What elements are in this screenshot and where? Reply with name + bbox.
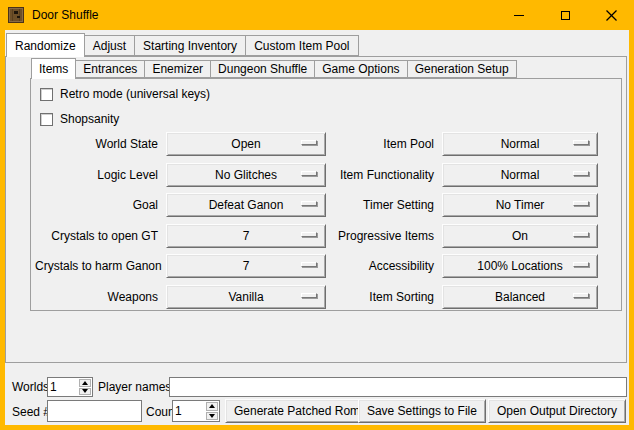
crystals-ganon-dropdown[interactable]: 7 <box>166 254 326 278</box>
open-output-button[interactable]: Open Output Directory <box>488 399 626 423</box>
weapons-label: Weapons <box>35 290 158 304</box>
close-icon <box>606 10 617 21</box>
tab-items[interactable]: Items <box>31 58 76 79</box>
item-pool-value: Normal <box>501 137 540 151</box>
accessibility-label: Accessibility <box>334 259 434 273</box>
generate-rom-button[interactable]: Generate Patched Rom <box>225 399 369 423</box>
worlds-spinbox <box>47 377 93 397</box>
count-input[interactable] <box>173 401 205 421</box>
main-tab-bar: Randomize Adjust Starting Inventory Cust… <box>6 32 358 56</box>
dropdown-indicator-icon <box>573 293 589 298</box>
tab-starting-inventory[interactable]: Starting Inventory <box>134 35 246 56</box>
crystals-gt-label: Crystals to open GT <box>35 229 158 243</box>
crystals-gt-dropdown[interactable]: 7 <box>166 224 326 248</box>
tab-entrances-label: Entrances <box>83 62 137 76</box>
dropdown-indicator-icon <box>573 201 589 206</box>
worlds-label: Worlds <box>12 380 49 394</box>
player-names-input[interactable] <box>169 377 627 397</box>
door-shuffle-window: Door Shuffle Randomize Adjust Starting I… <box>0 0 634 430</box>
count-spin-down-button[interactable] <box>206 412 218 421</box>
tab-dungeon-shuffle[interactable]: Dungeon Shuffle <box>210 60 315 78</box>
spin-up-icon <box>82 381 88 385</box>
seed-input[interactable] <box>47 400 142 422</box>
tab-generation-setup-label: Generation Setup <box>415 62 509 76</box>
tab-enemizer[interactable]: Enemizer <box>144 60 211 78</box>
tab-entrances[interactable]: Entrances <box>75 60 145 78</box>
item-pool-dropdown[interactable]: Normal <box>442 132 598 156</box>
tab-enemizer-label: Enemizer <box>152 62 203 76</box>
weapons-value: Vanilla <box>228 290 263 304</box>
world-state-dropdown[interactable]: Open <box>166 132 326 156</box>
goal-label: Goal <box>35 198 158 212</box>
tab-randomize[interactable]: Randomize <box>6 33 85 57</box>
client-area: Randomize Adjust Starting Inventory Cust… <box>5 30 629 425</box>
goal-dropdown[interactable]: Defeat Ganon <box>166 193 326 217</box>
accessibility-dropdown[interactable]: 100% Locations <box>442 254 598 278</box>
worlds-spin-arrows <box>78 378 92 396</box>
dropdown-indicator-icon <box>301 262 317 267</box>
progressive-items-value: On <box>512 229 528 243</box>
tab-generation-setup[interactable]: Generation Setup <box>407 60 517 78</box>
count-spin-up-button[interactable] <box>206 402 218 411</box>
timer-setting-label: Timer Setting <box>334 198 434 212</box>
weapons-dropdown[interactable]: Vanilla <box>166 285 326 309</box>
dropdown-indicator-icon <box>573 232 589 237</box>
maximize-button[interactable] <box>542 0 588 30</box>
items-pane: Retro mode (universal keys) Shopsanity W… <box>30 78 622 311</box>
worlds-spin-up-button[interactable] <box>79 379 91 387</box>
shopsanity-checkbox[interactable] <box>40 113 53 126</box>
tab-items-label: Items <box>39 62 68 76</box>
maximize-icon <box>561 11 570 20</box>
save-settings-button[interactable]: Save Settings to File <box>358 399 486 423</box>
item-functionality-label: Item Functionality <box>334 168 434 182</box>
worlds-spin-down-button[interactable] <box>79 388 91 396</box>
world-state-value: Open <box>231 137 260 151</box>
timer-setting-value: No Timer <box>496 198 545 212</box>
seed-label: Seed # <box>12 405 50 419</box>
options-grid: World State Open Item Pool Normal Logic … <box>35 129 598 312</box>
world-state-label: World State <box>35 137 158 151</box>
item-functionality-value: Normal <box>501 168 540 182</box>
tab-custom-item-pool-label: Custom Item Pool <box>254 39 349 53</box>
worlds-input[interactable] <box>48 378 78 396</box>
accessibility-value: 100% Locations <box>477 259 562 273</box>
crystals-gt-value: 7 <box>243 229 250 243</box>
tab-game-options-label: Game Options <box>322 62 399 76</box>
shopsanity-row: Shopsanity <box>40 112 119 126</box>
retro-mode-label: Retro mode (universal keys) <box>60 87 210 101</box>
count-spin-arrows <box>205 401 219 421</box>
dropdown-indicator-icon <box>301 171 317 176</box>
timer-setting-dropdown[interactable]: No Timer <box>442 193 598 217</box>
crystals-ganon-value: 7 <box>243 259 250 273</box>
item-functionality-dropdown[interactable]: Normal <box>442 163 598 187</box>
window-title: Door Shuffle <box>32 8 99 22</box>
item-pool-label: Item Pool <box>334 137 434 151</box>
retro-mode-checkbox[interactable] <box>40 88 53 101</box>
sub-tab-bar: Items Entrances Enemizer Dungeon Shuffle… <box>31 57 516 78</box>
tab-game-options[interactable]: Game Options <box>314 60 407 78</box>
tab-starting-inventory-label: Starting Inventory <box>143 39 237 53</box>
dropdown-indicator-icon <box>301 201 317 206</box>
retro-mode-row: Retro mode (universal keys) <box>40 87 210 101</box>
dropdown-indicator-icon <box>573 171 589 176</box>
tab-dungeon-shuffle-label: Dungeon Shuffle <box>218 62 307 76</box>
window-controls <box>496 0 634 30</box>
spin-up-icon <box>209 404 215 408</box>
bottom-right-buttons: Save Settings to File Open Output Direct… <box>358 399 626 423</box>
logic-level-dropdown[interactable]: No Glitches <box>166 163 326 187</box>
dropdown-indicator-icon <box>573 262 589 267</box>
progressive-items-dropdown[interactable]: On <box>442 224 598 248</box>
tab-adjust-label: Adjust <box>93 39 126 53</box>
minimize-button[interactable] <box>496 0 542 30</box>
progressive-items-label: Progressive Items <box>334 229 434 243</box>
tab-custom-item-pool[interactable]: Custom Item Pool <box>245 35 358 56</box>
tab-adjust[interactable]: Adjust <box>84 35 135 56</box>
spin-down-icon <box>209 414 215 418</box>
crystals-ganon-label: Crystals to harm Ganon <box>35 259 158 273</box>
dropdown-indicator-icon <box>301 140 317 145</box>
dropdown-indicator-icon <box>301 232 317 237</box>
door-icon <box>8 7 24 23</box>
item-sorting-dropdown[interactable]: Balanced <box>442 285 598 309</box>
close-button[interactable] <box>588 0 634 30</box>
item-sorting-value: Balanced <box>495 290 545 304</box>
